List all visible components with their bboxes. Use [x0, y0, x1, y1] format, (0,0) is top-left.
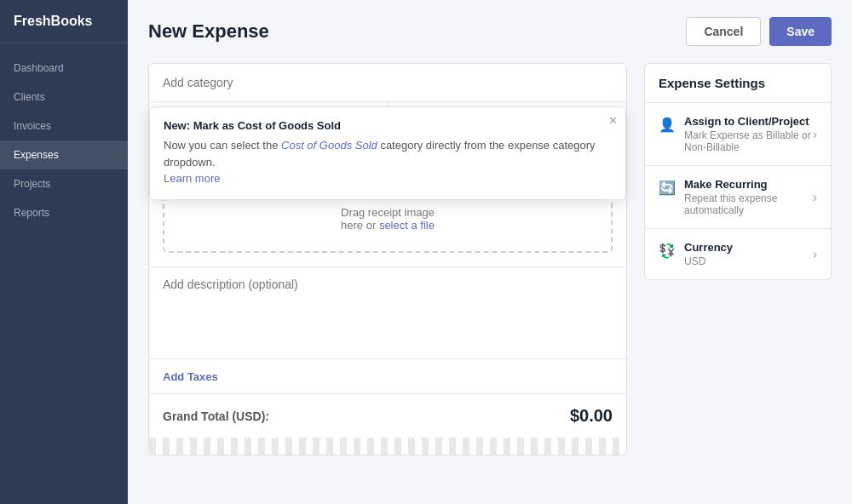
assign-client-subtitle: Mark Expense as Billable or Non-Billable [684, 129, 813, 153]
add-taxes-button[interactable]: Add Taxes [163, 370, 218, 383]
category-row: × New: Mark as Cost of Goods Sold Now yo… [149, 64, 626, 102]
sidebar: FreshBooks Dashboard Clients Invoices Ex… [0, 0, 128, 504]
page-header: New Expense Cancel Save [148, 17, 832, 46]
sidebar-logo: FreshBooks [0, 0, 128, 43]
add-taxes-row: Add Taxes [149, 359, 626, 394]
tooltip-body: Now you can select the Cost of Goods Sol… [164, 137, 612, 187]
make-recurring-left: 🔄 Make Recurring Repeat this expense aut… [659, 178, 813, 216]
main-wrapper: New Expense Cancel Save × New: Mark as C… [128, 0, 852, 504]
make-recurring-subtitle: Repeat this expense automatically [684, 192, 813, 216]
tooltip-close-button[interactable]: × [609, 114, 617, 128]
sidebar-nav: Dashboard Clients Invoices Expenses Proj… [0, 43, 128, 238]
content-layout: × New: Mark as Cost of Goods Sold Now yo… [148, 63, 832, 455]
currency-content: Currency USD [684, 241, 733, 267]
assign-client-item[interactable]: 👤 Assign to Client/Project Mark Expense … [645, 103, 831, 166]
drag-text: Drag receipt image [341, 206, 435, 219]
assign-client-content: Assign to Client/Project Mark Expense as… [684, 115, 813, 153]
tooltip-title: New: Mark as Cost of Goods Sold [164, 119, 612, 132]
assign-client-left: 👤 Assign to Client/Project Mark Expense … [659, 115, 813, 153]
currency-item[interactable]: 💱 Currency USD › [645, 229, 831, 279]
make-recurring-content: Make Recurring Repeat this expense autom… [684, 178, 813, 216]
currency-left: 💱 Currency USD [659, 241, 733, 267]
currency-subtitle: USD [684, 255, 733, 267]
page-title: New Expense [148, 20, 269, 43]
sidebar-item-expenses[interactable]: Expenses [0, 140, 128, 169]
sidebar-item-dashboard[interactable]: Dashboard [0, 54, 128, 83]
expense-settings-title: Expense Settings [645, 64, 831, 103]
save-button[interactable]: Save [769, 17, 832, 46]
make-recurring-chevron: › [813, 190, 817, 205]
upload-text: Drag receipt image here or select a file [341, 206, 435, 232]
grand-total-label: Grand Total (USD): [163, 410, 269, 423]
make-recurring-title: Make Recurring [684, 178, 813, 191]
description-textarea[interactable] [163, 278, 613, 346]
expense-settings-panel: Expense Settings 👤 Assign to Client/Proj… [644, 63, 832, 280]
tooltip-line1: Now you can select the [164, 139, 278, 152]
currency-icon: 💱 [659, 243, 676, 259]
header-buttons: Cancel Save [686, 17, 832, 46]
category-input[interactable] [163, 76, 613, 89]
tooltip-popup: × New: Mark as Cost of Goods Sold Now yo… [149, 106, 626, 200]
refresh-icon: 🔄 [659, 180, 676, 196]
grand-total-row: Grand Total (USD): $0.00 [149, 394, 626, 438]
currency-title: Currency [684, 241, 733, 254]
assign-client-icon: 👤 [659, 117, 676, 133]
assign-client-title: Assign to Client/Project [684, 115, 813, 128]
cancel-button[interactable]: Cancel [686, 17, 761, 46]
wave-decoration [149, 438, 626, 455]
tooltip-highlight: Cost of Goods Sold [281, 139, 377, 152]
left-panel: × New: Mark as Cost of Goods Sold Now yo… [148, 63, 627, 455]
sidebar-item-projects[interactable]: Projects [0, 169, 128, 198]
select-file-link[interactable]: select a file [379, 219, 435, 232]
assign-client-chevron: › [813, 127, 817, 142]
sidebar-item-clients[interactable]: Clients [0, 83, 128, 112]
description-area [149, 266, 626, 359]
learn-more-link[interactable]: Learn more [164, 172, 220, 185]
grand-total-value: $0.00 [570, 406, 613, 426]
sidebar-item-invoices[interactable]: Invoices [0, 112, 128, 140]
sidebar-item-reports[interactable]: Reports [0, 198, 128, 227]
currency-chevron: › [813, 247, 817, 262]
here-text: here or [341, 219, 376, 232]
make-recurring-item[interactable]: 🔄 Make Recurring Repeat this expense aut… [645, 166, 831, 229]
